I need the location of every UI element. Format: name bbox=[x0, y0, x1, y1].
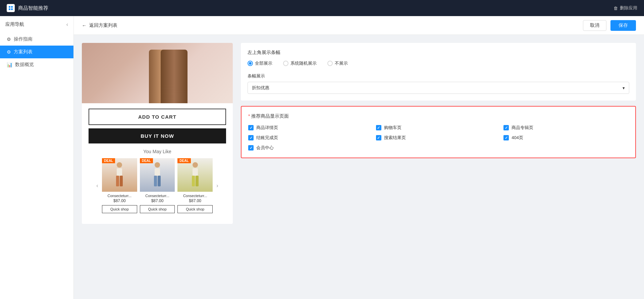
required-mark: * bbox=[248, 113, 250, 119]
back-arrow-icon: ← bbox=[82, 23, 87, 28]
app-title-area: 商品智能推荐 bbox=[7, 4, 48, 12]
product-card-image-2: DEAL bbox=[177, 158, 213, 192]
checkbox-label-0: 商品详情页 bbox=[256, 125, 278, 131]
app-logo bbox=[7, 4, 15, 12]
svg-rect-0 bbox=[9, 6, 10, 8]
rec-title-text: 推荐商品显示页面 bbox=[251, 113, 289, 119]
banner-type-label: 条幅展示 bbox=[248, 73, 629, 79]
checkbox-box-6 bbox=[248, 145, 254, 151]
rec-section-title: *推荐商品显示页面 bbox=[248, 113, 629, 119]
top-navigation: 商品智能推荐 🗑 删除应用 bbox=[0, 0, 644, 16]
radio-all-display[interactable]: 全部展示 bbox=[248, 60, 272, 66]
checkbox-collection[interactable]: 商品专辑页 bbox=[503, 125, 629, 131]
page-header: ← 返回方案列表 取消 保存 bbox=[74, 16, 644, 35]
sidebar-data-label: 数据概览 bbox=[15, 62, 34, 68]
radio-random-display[interactable]: 系统随机展示 bbox=[283, 60, 317, 66]
checkbox-404[interactable]: 404页 bbox=[503, 135, 629, 141]
deal-badge-2: DEAL bbox=[177, 158, 191, 163]
sidebar-plans-label: 方案列表 bbox=[14, 49, 33, 55]
checkbox-product-detail[interactable]: 商品详情页 bbox=[248, 125, 373, 131]
svg-rect-6 bbox=[116, 176, 119, 186]
checkbox-box-3 bbox=[248, 135, 254, 140]
sidebar-item-guide[interactable]: ⚙ 操作指南 bbox=[0, 33, 73, 46]
svg-point-12 bbox=[193, 162, 198, 168]
product-carousel: ‹ DEAL bbox=[89, 158, 226, 213]
svg-rect-2 bbox=[9, 8, 10, 10]
trash-icon: 🗑 bbox=[613, 6, 618, 11]
product-card-name-0: Consecteturr... bbox=[102, 194, 137, 198]
checkbox-label-2: 商品专辑页 bbox=[512, 125, 533, 131]
svg-rect-1 bbox=[11, 6, 13, 8]
content-area: ADD TO CART BUY IT NOW You May Like ‹ DE… bbox=[74, 35, 644, 232]
product-card-price-2: $87.00 bbox=[177, 198, 213, 203]
banner-display-label: 左上角展示条幅 bbox=[248, 50, 629, 56]
radio-group-banner-display: 全部展示 系统随机展示 不展示 bbox=[248, 60, 629, 66]
quick-shop-button-0[interactable]: Quick shop bbox=[102, 205, 137, 213]
checkbox-box-0 bbox=[248, 125, 254, 130]
checkbox-label-4: 搜索结果页 bbox=[384, 135, 406, 141]
chevron-down-icon: ▾ bbox=[623, 85, 625, 91]
buy-now-button[interactable]: BUY IT NOW bbox=[89, 128, 226, 143]
checkbox-member[interactable]: 会员中心 bbox=[248, 145, 373, 151]
plans-icon: ⚙ bbox=[7, 49, 11, 55]
svg-rect-10 bbox=[154, 176, 157, 186]
checkbox-label-3: 结账完成页 bbox=[256, 135, 278, 141]
banner-settings-section: 左上角展示条幅 全部展示 系统随机展示 不展示 bbox=[241, 43, 636, 101]
product-image-container bbox=[82, 43, 233, 103]
sidebar-item-plans[interactable]: ⚙ 方案列表 bbox=[0, 46, 73, 58]
product-actions: ADD TO CART BUY IT NOW You May Like ‹ DE… bbox=[82, 103, 233, 224]
product-card-1: DEAL bbox=[140, 158, 175, 213]
product-img-bg-1 bbox=[140, 158, 175, 192]
checkbox-grid: 商品详情页 购物车页 商品专辑页 结账完成页 bbox=[248, 125, 629, 151]
svg-rect-3 bbox=[11, 8, 13, 10]
checkbox-box-5 bbox=[503, 135, 509, 140]
app-name: 商品智能推荐 bbox=[18, 5, 48, 11]
deal-badge-1: DEAL bbox=[140, 158, 153, 163]
sidebar-title: 应用导航 bbox=[5, 21, 24, 27]
radio-random-circle bbox=[283, 61, 288, 66]
checkbox-box-1 bbox=[376, 125, 381, 130]
product-card-image-1: DEAL bbox=[140, 158, 175, 192]
svg-rect-7 bbox=[120, 176, 123, 186]
product-card-name-2: Consecteturr... bbox=[177, 194, 213, 198]
quick-shop-button-2[interactable]: Quick shop bbox=[177, 205, 213, 213]
banner-type-value: 折扣优惠 bbox=[252, 85, 269, 91]
cancel-button[interactable]: 取消 bbox=[583, 20, 606, 31]
radio-all-label: 全部展示 bbox=[255, 60, 272, 66]
svg-rect-9 bbox=[155, 168, 160, 176]
banner-type-select[interactable]: 折扣优惠 ▾ bbox=[248, 82, 629, 94]
product-card-0: DEAL bbox=[102, 158, 137, 213]
svg-rect-15 bbox=[196, 176, 199, 186]
product-card-2: DEAL bbox=[177, 158, 213, 213]
svg-rect-11 bbox=[158, 176, 161, 186]
preview-panel: ADD TO CART BUY IT NOW You May Like ‹ DE… bbox=[82, 43, 233, 224]
product-shape-2 bbox=[161, 50, 187, 103]
guide-icon: ⚙ bbox=[7, 37, 11, 42]
checkbox-cart[interactable]: 购物车页 bbox=[376, 125, 501, 131]
product-card-name-1: Consecteturr... bbox=[140, 194, 175, 198]
product-card-image-0: DEAL bbox=[102, 158, 137, 192]
carousel-prev-button[interactable]: ‹ bbox=[93, 181, 102, 190]
radio-all-circle bbox=[248, 61, 253, 66]
svg-point-8 bbox=[155, 162, 160, 168]
quick-shop-button-1[interactable]: Quick shop bbox=[140, 205, 175, 213]
back-button[interactable]: ← 返回方案列表 bbox=[82, 22, 117, 28]
add-to-cart-button[interactable]: ADD TO CART bbox=[89, 109, 226, 125]
svg-rect-14 bbox=[192, 176, 195, 186]
checkbox-checkout-complete[interactable]: 结账完成页 bbox=[248, 135, 373, 141]
checkbox-search[interactable]: 搜索结果页 bbox=[376, 135, 501, 141]
you-may-like-label: You May Like bbox=[89, 149, 226, 154]
carousel-items: DEAL bbox=[102, 158, 213, 213]
delete-app-button[interactable]: 🗑 删除应用 bbox=[613, 5, 637, 11]
radio-no-display[interactable]: 不展示 bbox=[327, 60, 348, 66]
product-img-bg-0 bbox=[102, 158, 137, 192]
sidebar-item-data[interactable]: 📊 数据概览 bbox=[0, 58, 73, 71]
svg-rect-5 bbox=[117, 168, 122, 176]
save-button[interactable]: 保存 bbox=[610, 20, 636, 31]
main-content: ← 返回方案列表 取消 保存 ADD TO CART BUY IT NO bbox=[74, 16, 644, 299]
collapse-icon[interactable]: ‹ bbox=[66, 21, 68, 27]
carousel-next-button[interactable]: › bbox=[213, 181, 222, 190]
checkbox-label-5: 404页 bbox=[512, 135, 523, 141]
settings-panel: 左上角展示条幅 全部展示 系统随机展示 不展示 bbox=[241, 43, 636, 224]
main-layout: 应用导航 ‹ ⚙ 操作指南 ⚙ 方案列表 📊 数据概览 ← 返回方案列表 取消 … bbox=[0, 16, 644, 299]
